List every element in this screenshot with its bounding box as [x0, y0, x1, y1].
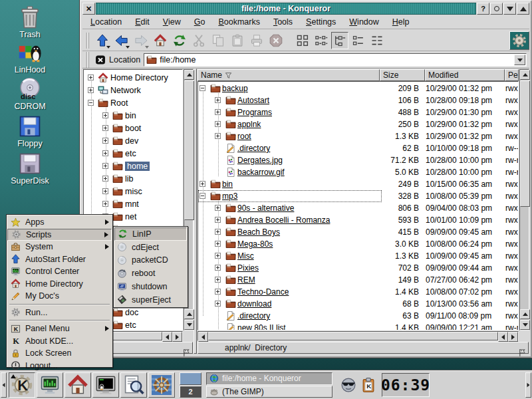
file-name-link[interactable]: REM	[237, 275, 255, 285]
file-name-link[interactable]: backarrow.gif	[237, 168, 285, 177]
tree-scroll-thumb[interactable]	[184, 80, 194, 220]
menu-edit[interactable]: Edit	[135, 17, 150, 27]
tray-klipper[interactable]	[360, 374, 377, 396]
expander-plus-icon[interactable]	[215, 277, 221, 283]
tree-item-home[interactable]: home	[84, 160, 182, 173]
pager-desktop-1[interactable]	[180, 372, 201, 385]
list-hscroll-thumb[interactable]	[208, 332, 498, 340]
location-value[interactable]: file:/home	[160, 55, 511, 65]
submenu-item-shutdown[interactable]: shutdown	[114, 280, 187, 293]
tree-item-misc[interactable]: misc	[84, 186, 182, 198]
tree-scroll-up2-icon[interactable]	[184, 309, 194, 319]
desktop-icon-superdisk[interactable]: SuperDisk	[4, 152, 56, 186]
file-name-link[interactable]: .directory	[237, 311, 270, 321]
file-row-applnk[interactable]: applnk250 B10/29/00 01:32 pmrwx--	[198, 118, 518, 130]
file-name-link[interactable]: Programs	[237, 108, 272, 117]
kmenu-item-scripts[interactable]: Scripts	[7, 229, 112, 241]
tree-item-label[interactable]: Root	[110, 98, 128, 108]
kmenu-item-apps[interactable]: Apps	[7, 216, 112, 229]
menu-view[interactable]: View	[163, 17, 181, 27]
file-row-backup[interactable]: backup209 B10/29/00 01:32 pmrwx--	[198, 82, 518, 94]
expander-plus-icon[interactable]	[102, 176, 108, 182]
viewmode-vm-multicol-button[interactable]	[313, 32, 330, 49]
tree-item-dev[interactable]: dev	[84, 135, 182, 148]
file-name-link[interactable]: new 80s II list	[237, 323, 286, 331]
viewmode-vm-text-button[interactable]	[368, 32, 386, 49]
file-name-link[interactable]: Techno-Dance	[237, 287, 289, 297]
location-input[interactable]: file:/home	[144, 53, 527, 66]
desktop-icon-linhood[interactable]: LinHood	[4, 41, 56, 74]
file-row-bin[interactable]: bin249 B10/15/00 06:35 amrwx--	[198, 178, 518, 190]
tree-item-label[interactable]: bin	[125, 111, 136, 120]
file-row-mp3[interactable]: mp3328 B10/08/00 05:39 pmrwx--	[198, 190, 518, 202]
toolbar-reload-button[interactable]	[171, 32, 188, 49]
titlebar[interactable]: ✕ file:/home - Konqueror ?	[82, 3, 529, 15]
expander-plus-icon[interactable]	[215, 205, 221, 211]
file-name-link[interactable]: mp3	[222, 192, 237, 201]
column-header-name[interactable]: Name	[198, 69, 380, 81]
taskbar-clock[interactable]: 06:39	[382, 373, 430, 397]
toolbar-back-button[interactable]	[113, 32, 130, 49]
expander-minus-icon[interactable]	[200, 193, 205, 199]
file-name-link[interactable]: applnk	[237, 120, 261, 129]
file-row-programs[interactable]: Programs488 B10/29/00 01:30 pmrwx--	[198, 106, 518, 118]
expander-plus-icon[interactable]	[215, 133, 221, 139]
tree-item-label[interactable]: lib	[125, 174, 134, 184]
kde-gear-throbber[interactable]	[509, 31, 529, 50]
expander-plus-icon[interactable]	[102, 150, 108, 156]
view-flag-icon[interactable]	[496, 338, 527, 357]
expander-plus-icon[interactable]	[200, 181, 205, 187]
kmenu-item-about-kde-[interactable]: About KDE...	[7, 335, 112, 348]
sticky-icon[interactable]	[490, 3, 503, 15]
menu-go[interactable]: Go	[194, 17, 205, 27]
launcher-control-center[interactable]	[37, 372, 63, 398]
panel-hide-left-icon[interactable]	[1, 372, 7, 398]
file-row-new-80s-ii-list[interactable]: new 80s II list1.4 KB09/09/00 12:21 amrw…	[198, 322, 518, 331]
tree-item-label[interactable]: etc	[125, 321, 136, 330]
expander-plus-icon[interactable]	[215, 241, 221, 247]
expander-minus-icon[interactable]	[200, 85, 205, 91]
expander-plus-icon[interactable]	[215, 121, 221, 127]
desktop-icon-floppy[interactable]: Floppy	[4, 114, 56, 148]
close-icon[interactable]: ✕	[82, 3, 95, 15]
task-button-2[interactable]: (The GIMP)	[206, 386, 332, 398]
tree-item-root[interactable]: Root	[84, 97, 182, 110]
kmenu-item-system[interactable]: System	[7, 241, 112, 253]
expander-plus-icon[interactable]	[215, 289, 221, 295]
iconify-icon[interactable]	[503, 3, 516, 15]
menu-bookmarks[interactable]: Bookmarks	[218, 17, 260, 27]
tree-item-label[interactable]: doc	[125, 308, 138, 317]
tree-item-label[interactable]: mnt	[125, 200, 139, 209]
launcher-konqueror[interactable]	[148, 372, 175, 398]
expander-plus-icon[interactable]	[102, 125, 108, 131]
launcher-terminal[interactable]	[92, 372, 119, 398]
desktop-pager[interactable]: 2	[180, 372, 201, 398]
list-vscrollbar[interactable]	[519, 69, 529, 331]
toolbar-up-button[interactable]	[94, 32, 111, 49]
menu-help[interactable]: Help	[392, 17, 410, 27]
tree-item-mnt[interactable]: mnt	[84, 198, 182, 211]
kmenu-item-autostart-folder[interactable]: AutoStart Folder	[7, 253, 112, 266]
column-header-permissions[interactable]: Permissions	[505, 69, 519, 81]
expander-plus-icon[interactable]	[102, 201, 108, 207]
locbar-grip[interactable]	[85, 52, 89, 68]
file-row-dergates-jpg[interactable]: Dergates.jpg71.2 KB10/28/00 10:00 pmrw-r…	[198, 154, 518, 166]
desktop-icon-trash[interactable]: Trash	[4, 5, 56, 39]
kmenu-item-home-directory[interactable]: Home Directory	[7, 278, 112, 291]
expander-plus-icon[interactable]	[102, 163, 108, 169]
list-scroll-thumb[interactable]	[520, 80, 530, 207]
expander-plus-icon[interactable]	[102, 188, 108, 194]
view-flag-icon[interactable]	[160, 338, 191, 357]
tree-item-label[interactable]: dev	[125, 136, 138, 146]
viewmode-vm-detail-button[interactable]	[350, 32, 367, 49]
toolbar-grip[interactable]	[85, 33, 89, 49]
expander-plus-icon[interactable]	[215, 217, 221, 223]
file-name-link[interactable]: Dergates.jpg	[237, 156, 283, 165]
tree-scroll-up-icon[interactable]	[184, 70, 194, 80]
expander-minus-icon[interactable]	[88, 100, 94, 106]
viewmode-vm-icons-button[interactable]	[294, 32, 311, 49]
file-name-link[interactable]: download	[237, 299, 271, 309]
submenu-item-supereject[interactable]: superEject	[114, 293, 187, 307]
list-scroll-up-icon[interactable]	[520, 70, 530, 80]
expander-plus-icon[interactable]	[215, 109, 221, 115]
